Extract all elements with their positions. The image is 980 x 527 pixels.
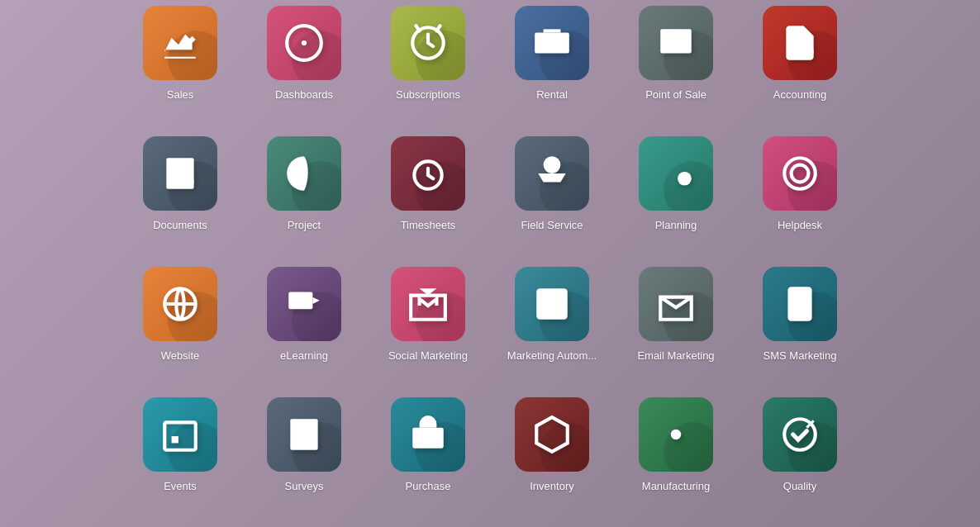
app-item-social-marketing[interactable]: Social Marketing (374, 267, 482, 391)
app-item-subscriptions[interactable]: Subscriptions (374, 6, 482, 130)
app-icon-box-documents (143, 136, 217, 211)
app-item-documents[interactable]: Documents (126, 136, 234, 260)
svg-rect-3 (535, 33, 569, 54)
app-label-purchase: Purchase (406, 480, 451, 493)
app-label-field-service: Field Service (521, 219, 583, 232)
app-label-surveys: Surveys (285, 480, 324, 493)
app-label-manufacturing: Manufacturing (642, 480, 710, 493)
app-icon-box-elearning (267, 267, 341, 341)
app-item-sales[interactable]: Sales (126, 6, 234, 130)
app-icon-box-events (143, 397, 217, 472)
app-item-helpdesk[interactable]: Helpdesk (746, 136, 854, 260)
app-item-project[interactable]: Project (250, 136, 358, 260)
app-label-sms-marketing: SMS Marketing (764, 349, 837, 363)
app-item-accounting[interactable]: Accounting (746, 6, 854, 130)
app-icon-box-planning (639, 136, 713, 211)
app-label-elearning: eLearning (280, 349, 328, 363)
svg-rect-4 (540, 45, 564, 50)
app-item-dashboards[interactable]: Dashboards (250, 6, 358, 130)
svg-rect-16 (536, 288, 568, 320)
svg-rect-18 (164, 422, 196, 449)
svg-rect-15 (288, 292, 312, 309)
app-item-events[interactable]: Events (126, 397, 234, 521)
app-icon-box-manufacturing (639, 397, 713, 472)
app-icon-box-website (143, 267, 217, 341)
app-icon-box-point-of-sale (639, 6, 713, 80)
app-icon-box-dashboards (267, 6, 341, 80)
app-icon-box-accounting (763, 6, 837, 80)
app-label-point-of-sale: Point of Sale (645, 88, 706, 102)
svg-point-13 (792, 165, 809, 183)
app-grid: SalesDashboardsSubscriptionsRentalPoint … (110, 0, 870, 527)
app-item-purchase[interactable]: Purchase (374, 397, 482, 521)
svg-point-1 (302, 40, 307, 45)
svg-rect-17 (787, 287, 811, 321)
app-label-timesheets: Timesheets (401, 219, 456, 232)
app-icon-box-quality (763, 397, 837, 472)
app-label-website: Website (161, 349, 200, 363)
app-item-email-marketing[interactable]: Email Marketing (622, 267, 730, 391)
app-icon-box-sales (143, 6, 217, 80)
app-label-subscriptions: Subscriptions (396, 88, 460, 102)
app-icon-box-field-service (515, 136, 589, 211)
app-label-accounting: Accounting (773, 88, 826, 102)
app-icon-box-timesheets (391, 136, 465, 211)
app-icon-box-sms-marketing (763, 267, 837, 341)
app-icon-box-email-marketing (639, 267, 713, 341)
app-icon-box-project (267, 136, 341, 211)
app-label-marketing-automation: Marketing Autom... (507, 349, 597, 363)
app-item-timesheets[interactable]: Timesheets (374, 136, 482, 260)
app-item-rental[interactable]: Rental (498, 6, 606, 130)
app-item-surveys[interactable]: Surveys (250, 397, 358, 521)
app-icon-box-marketing-automation (515, 267, 589, 341)
app-item-field-service[interactable]: Field Service (498, 136, 606, 260)
app-label-inventory: Inventory (530, 480, 573, 493)
app-icon-box-purchase (391, 397, 465, 472)
app-icon-box-surveys (267, 397, 341, 472)
svg-rect-6 (673, 46, 679, 51)
app-item-elearning[interactable]: eLearning (250, 267, 358, 391)
svg-point-12 (784, 158, 816, 189)
svg-point-7 (803, 46, 814, 57)
svg-point-11 (678, 172, 692, 186)
app-label-planning: Planning (655, 219, 697, 232)
svg-rect-19 (290, 419, 317, 450)
app-label-dashboards: Dashboards (275, 88, 333, 102)
app-icon-box-rental (515, 6, 589, 80)
app-item-quality[interactable]: Quality (746, 397, 854, 521)
app-item-inventory[interactable]: Inventory (498, 397, 606, 521)
app-label-social-marketing: Social Marketing (388, 349, 468, 363)
app-label-documents: Documents (153, 219, 207, 232)
app-icon-box-inventory (515, 397, 589, 472)
app-label-rental: Rental (536, 88, 568, 102)
app-item-website[interactable]: Website (126, 267, 234, 391)
app-item-planning[interactable]: Planning (622, 136, 730, 260)
app-label-helpdesk: Helpdesk (778, 219, 822, 232)
app-icon-box-helpdesk (763, 136, 837, 211)
app-item-sms-marketing[interactable]: SMS Marketing (746, 267, 854, 391)
app-item-marketing-automation[interactable]: Marketing Autom... (498, 267, 606, 391)
app-label-sales: Sales (167, 88, 194, 102)
app-item-point-of-sale[interactable]: Point of Sale (622, 6, 730, 130)
app-label-email-marketing: Email Marketing (637, 349, 714, 363)
app-label-project: Project (288, 219, 321, 232)
app-icon-box-social-marketing (391, 267, 465, 341)
app-label-events: Events (164, 480, 197, 493)
app-icon-box-subscriptions (391, 6, 465, 80)
app-item-manufacturing[interactable]: Manufacturing (622, 397, 730, 521)
app-label-quality: Quality (783, 480, 816, 493)
